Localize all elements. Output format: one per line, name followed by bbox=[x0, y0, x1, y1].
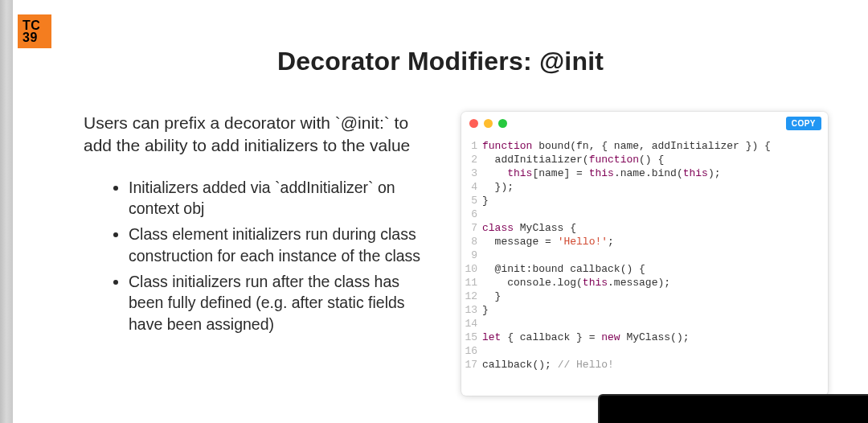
slide-title: Decorator Modifiers: @init bbox=[13, 47, 868, 76]
code-panel: COPY 1234567891011121314151617 function … bbox=[461, 112, 828, 396]
bullet-item: Class element initializers run during cl… bbox=[129, 224, 431, 266]
line-number: 8 bbox=[465, 235, 482, 248]
line-number: 10 bbox=[465, 262, 482, 276]
text-column: Users can prefix a decorator with `@init… bbox=[13, 112, 431, 339]
code-header: COPY bbox=[461, 112, 828, 134]
line-number: 15 bbox=[465, 331, 482, 344]
line-number: 5 bbox=[465, 194, 482, 207]
code-lines: function bound(fn, { name, addInitialize… bbox=[482, 139, 818, 372]
line-number: 2 bbox=[465, 153, 482, 166]
line-number: 17 bbox=[465, 358, 482, 372]
line-number: 9 bbox=[465, 248, 482, 262]
line-number: 13 bbox=[465, 303, 482, 317]
code-body: 1234567891011121314151617 function bound… bbox=[461, 134, 828, 396]
line-number: 11 bbox=[465, 276, 482, 290]
bullet-item: Initializers added via `addInitializer` … bbox=[129, 177, 431, 220]
video-overlay-placeholder bbox=[598, 394, 868, 423]
line-number: 16 bbox=[465, 344, 482, 358]
intro-paragraph: Users can prefix a decorator with `@init… bbox=[84, 112, 431, 158]
line-number: 4 bbox=[465, 180, 482, 194]
line-number: 7 bbox=[465, 221, 482, 235]
line-number: 1 bbox=[465, 139, 482, 153]
slide-body: Users can prefix a decorator with `@init… bbox=[13, 76, 868, 396]
document-gutter bbox=[0, 0, 13, 423]
bullet-item: Class initializers run after the class h… bbox=[129, 271, 431, 335]
window-controls bbox=[469, 119, 507, 128]
maximize-icon[interactable] bbox=[498, 119, 507, 128]
slide: Decorator Modifiers: @init Users can pre… bbox=[13, 0, 868, 423]
line-number: 14 bbox=[465, 317, 482, 331]
line-number: 3 bbox=[465, 166, 482, 180]
line-number-gutter: 1234567891011121314151617 bbox=[465, 139, 482, 372]
minimize-icon[interactable] bbox=[484, 119, 493, 128]
line-number: 6 bbox=[465, 207, 482, 221]
close-icon[interactable] bbox=[469, 119, 478, 128]
copy-button[interactable]: COPY bbox=[786, 117, 821, 130]
bullet-list: Initializers added via `addInitializer` … bbox=[84, 177, 431, 335]
line-number: 12 bbox=[465, 290, 482, 303]
